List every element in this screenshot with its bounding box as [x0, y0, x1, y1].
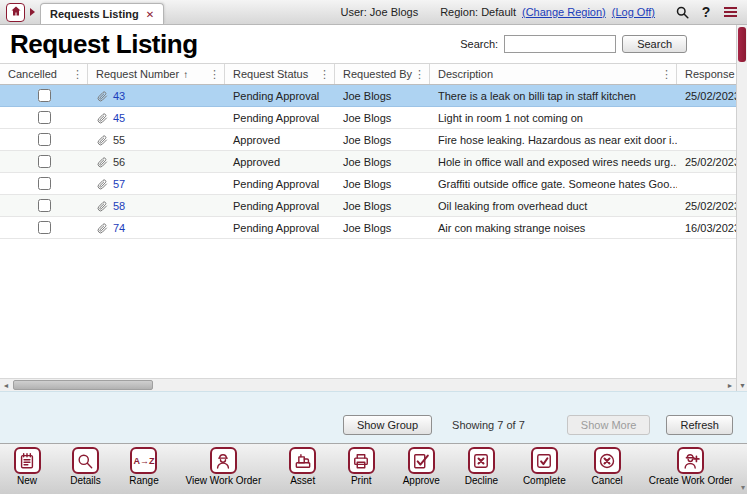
requested-by-cell: Joe Blogs [335, 134, 430, 146]
column-menu-icon[interactable]: ⋮ [209, 68, 224, 81]
attachment-icon [96, 90, 108, 102]
approve-button[interactable]: Approve [403, 447, 440, 486]
requested-by-cell: Joe Blogs [335, 156, 430, 168]
print-button[interactable]: Print [344, 447, 378, 486]
description-cell: Light in room 1 not coming on [430, 112, 677, 124]
toolbar-overflow-icon[interactable]: ▾ [741, 483, 745, 492]
new-form-icon [14, 447, 41, 474]
page-title: Request Listing [10, 29, 198, 60]
request-number-link[interactable]: 55 [113, 134, 125, 146]
approve-check-icon [408, 447, 435, 474]
view-work-order-button[interactable]: View Work Order [185, 447, 261, 486]
menu-icon[interactable] [721, 3, 739, 21]
table-row[interactable]: 43 Pending Approval Joe Blogs There is a… [0, 85, 736, 107]
cancelled-checkbox[interactable] [38, 221, 51, 234]
column-menu-icon[interactable]: ⋮ [72, 68, 87, 81]
request-number-link[interactable]: 57 [113, 178, 125, 190]
response-cell: 25/02/2023 [677, 156, 736, 168]
refresh-button[interactable]: Refresh [666, 415, 733, 435]
request-number-link[interactable]: 45 [113, 112, 125, 124]
cancel-button[interactable]: Cancel [590, 447, 624, 486]
help-icon[interactable]: ? [697, 3, 715, 21]
request-status-cell: Pending Approval [225, 222, 335, 234]
description-cell: Graffiti outside office gate. Someone ha… [430, 178, 677, 190]
decline-button[interactable]: Decline [464, 447, 498, 486]
scroll-left-icon[interactable]: ◄ [0, 379, 12, 391]
column-header-response[interactable]: Response [677, 64, 736, 84]
vertical-scrollbar[interactable]: ▼ [736, 25, 747, 391]
cancelled-checkbox[interactable] [38, 155, 51, 168]
change-region-link[interactable]: (Change Region) [522, 6, 606, 18]
sort-asc-icon: ↑ [183, 69, 188, 80]
details-button[interactable]: Details [68, 447, 102, 486]
log-off-link[interactable]: (Log Off) [612, 6, 655, 18]
vertical-scroll-thumb[interactable] [738, 27, 746, 62]
attachment-icon [96, 156, 108, 168]
create-work-order-button[interactable]: Create Work Order [649, 447, 733, 486]
request-number-link[interactable]: 56 [113, 156, 125, 168]
description-cell: Oil leaking from overhead duct [430, 200, 677, 212]
request-status-cell: Pending Approval [225, 112, 335, 124]
search-input[interactable] [504, 35, 616, 53]
request-status-cell: Approved [225, 134, 335, 146]
search-icon[interactable] [673, 3, 691, 21]
request-status-cell: Pending Approval [225, 178, 335, 190]
response-cell: 25/02/2023 [677, 90, 736, 102]
printer-icon [348, 447, 375, 474]
create-worker-icon [677, 447, 704, 474]
description-cell: Fire hose leaking. Hazardous as near exi… [430, 134, 677, 146]
range-button[interactable]: A→Z Range [127, 447, 161, 486]
description-cell: There is a leak on billi tap in staff ki… [430, 90, 677, 102]
column-header-request-status[interactable]: Request Status⋮ [225, 64, 335, 84]
request-number-link[interactable]: 74 [113, 222, 125, 234]
response-cell: 16/03/2023 [677, 222, 736, 234]
request-number-link[interactable]: 58 [113, 200, 125, 212]
asset-button[interactable]: Asset [286, 447, 320, 486]
cancelled-checkbox[interactable] [38, 89, 51, 102]
user-label: User: Joe Blogs [341, 6, 419, 18]
table-row[interactable]: 55 Approved Joe Blogs Fire hose leaking.… [0, 129, 736, 151]
requested-by-cell: Joe Blogs [335, 178, 430, 190]
request-number-link[interactable]: 43 [113, 90, 125, 102]
grid-empty-area [0, 239, 736, 378]
show-more-button[interactable]: Show More [567, 415, 651, 435]
column-menu-icon[interactable]: ⋮ [319, 68, 334, 81]
column-header-description[interactable]: Description⋮ [430, 64, 677, 84]
decline-x-icon [468, 447, 495, 474]
column-header-cancelled[interactable]: Cancelled⋮ [0, 64, 88, 84]
attachment-icon [96, 112, 108, 124]
complete-button[interactable]: Complete [523, 447, 566, 486]
grid-header-row: Cancelled⋮ Request Number↑⋮ Request Stat… [0, 64, 736, 85]
home-button[interactable] [6, 3, 25, 22]
table-row[interactable]: 56 Approved Joe Blogs Hole in office wal… [0, 151, 736, 173]
column-header-request-number[interactable]: Request Number↑⋮ [88, 64, 225, 84]
complete-check-icon [531, 447, 558, 474]
chevron-right-icon [30, 8, 35, 16]
column-menu-icon[interactable]: ⋮ [414, 68, 429, 81]
table-row[interactable]: 58 Pending Approval Joe Blogs Oil leakin… [0, 195, 736, 217]
search-button[interactable]: Search [622, 35, 687, 53]
cancelled-checkbox[interactable] [38, 199, 51, 212]
region-label: Region: Default [440, 6, 516, 18]
title-bar: Request Listing Search: Search [0, 25, 747, 63]
horizontal-scrollbar[interactable]: ◄ ► [0, 378, 736, 391]
column-menu-icon[interactable]: ⋮ [661, 68, 676, 81]
tab-close-icon[interactable]: ✕ [146, 9, 154, 20]
a-to-z-icon: A→Z [130, 447, 157, 474]
table-row[interactable]: 45 Pending Approval Joe Blogs Light in r… [0, 107, 736, 129]
tab-label: Requests Listing [50, 8, 139, 20]
cancelled-checkbox[interactable] [38, 177, 51, 190]
top-bar: Requests Listing ✕ User: Joe Blogs Regio… [0, 0, 747, 25]
cancelled-checkbox[interactable] [38, 111, 51, 124]
worker-icon [210, 447, 237, 474]
table-row[interactable]: 74 Pending Approval Joe Blogs Air con ma… [0, 217, 736, 239]
table-row[interactable]: 57 Pending Approval Joe Blogs Graffiti o… [0, 173, 736, 195]
horizontal-scroll-thumb[interactable] [13, 380, 153, 390]
new-button[interactable]: New [10, 447, 44, 486]
tab-requests-listing[interactable]: Requests Listing ✕ [40, 3, 164, 24]
scroll-down-icon[interactable]: ▼ [737, 380, 747, 391]
scroll-right-icon[interactable]: ► [724, 379, 736, 391]
column-header-requested-by[interactable]: Requested By⋮ [335, 64, 430, 84]
cancelled-checkbox[interactable] [38, 133, 51, 146]
show-group-button[interactable]: Show Group [343, 415, 432, 435]
